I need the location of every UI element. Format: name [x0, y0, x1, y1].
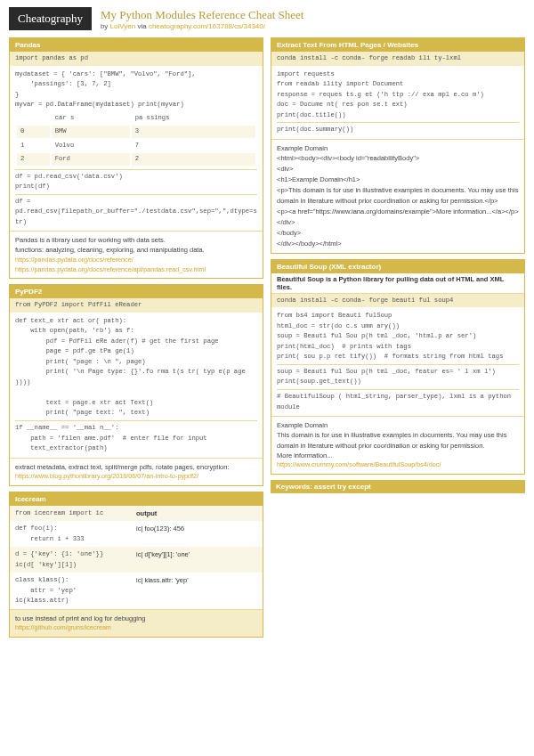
- logo: Cheatography: [9, 7, 92, 30]
- bs4-code1: conda install -c conda- forge beauti ful…: [271, 294, 524, 308]
- bs4-subtitle: Example Domain: [277, 420, 519, 430]
- r12: 7: [132, 140, 255, 152]
- r10: 1: [17, 140, 50, 152]
- r21: Ford: [52, 153, 130, 166]
- th0: [17, 112, 50, 125]
- bs4-example: This domain is for use in illustrative e…: [277, 430, 519, 460]
- th2: pa ssings: [132, 112, 255, 125]
- header: Cheatography My Python Modules Reference…: [9, 7, 525, 30]
- extract-subtitle: Example Domain: [277, 143, 519, 153]
- ic-r0r: output: [136, 508, 257, 519]
- bs4-title: Beautiful Soup (XML extractor): [271, 260, 524, 273]
- keywords-box: Keywords: assert try except: [271, 480, 525, 493]
- author-link[interactable]: LoiVyen: [110, 22, 136, 30]
- page-title: My Python Modules Reference Cheat Sheet: [101, 8, 304, 22]
- r11: Volvo: [52, 140, 130, 152]
- bs4-desc1: Beautiful Soup is a Python library for p…: [271, 273, 524, 294]
- ic-r2l: d = {'key': {1: 'one'}} ic(d[ 'key'][1]): [15, 549, 136, 570]
- pandas-link1[interactable]: https://pandas.pydata.org/docs/reference…: [15, 256, 257, 265]
- icecream-link[interactable]: https://github.com/gruns/icecream: [15, 623, 257, 633]
- pypdf2-import: from PyPDF2 import PdfFil eReader: [10, 298, 263, 313]
- pandas-code2: df = pd.read_csv('data.csv') print(df): [15, 172, 257, 192]
- ic-r1r: ic| foo(123): 456: [136, 524, 257, 544]
- pandas-desc: Pandas is a library used for working wit…: [15, 235, 257, 256]
- extract-code1: conda install -c conda- forge readab ili…: [271, 52, 524, 66]
- icecream-title: icecream: [10, 492, 263, 506]
- via-text: via: [135, 22, 149, 30]
- pypdf2-box: PyPDF2 from PyPDF2 import PdfFil eReader…: [9, 284, 263, 485]
- r20: 2: [17, 153, 50, 166]
- pypdf2-link[interactable]: https://www.blog.pythonlibrary.org/2018/…: [15, 472, 257, 482]
- pypdf2-title: PyPDF2: [10, 285, 263, 298]
- extract-box: Extract Text From HTML Pages / Websites …: [271, 37, 525, 254]
- pandas-code1: mydataset = { 'cars': ["BMW", "Volvo", "…: [15, 69, 257, 110]
- r00: 0: [17, 126, 50, 138]
- ic-r3r: ic| klass.attr: 'yep': [136, 575, 257, 606]
- url-link[interactable]: cheatography.com/163788/cs/34340/: [149, 22, 265, 30]
- r02: 3: [132, 126, 255, 138]
- pypdf2-code1: def text_e xtr act or( path): with open(…: [15, 316, 257, 419]
- th1: car s: [52, 112, 130, 125]
- ic-r0l: from icecream import ic: [15, 508, 136, 519]
- extract-code3: print(doc.summary()): [277, 125, 519, 135]
- pypdf2-desc: extract metadata, extract text, split/me…: [15, 462, 257, 472]
- bs4-note: # BeautifulSoup ( html_string, parser_ty…: [277, 392, 519, 412]
- extract-code2: import requests from readab ility import…: [277, 69, 519, 121]
- bs4-code3: soup = Beauti ful Sou p(h tml _doc, feat…: [277, 367, 519, 387]
- pandas-title: Pandas: [10, 38, 263, 52]
- ic-r3l: class klass(): attr = 'yep' ic(klass.att…: [15, 575, 136, 606]
- pandas-box: Pandas import pandas as pd mydataset = {…: [9, 37, 263, 279]
- pypdf2-code2: if __name__ == '__mai n__': path = 'file…: [15, 423, 257, 454]
- extract-html: <html><body><div><body id="readabilityBo…: [277, 153, 519, 249]
- r01: BMW: [52, 126, 130, 138]
- r22: 2: [132, 153, 255, 166]
- bs4-box: Beautiful Soup (XML extractor) Beautiful…: [271, 259, 525, 475]
- pandas-link2[interactable]: https://pandas.pydata.org/docs/reference…: [15, 265, 257, 275]
- icecream-desc: to use instead of print and log for debu…: [15, 614, 257, 623]
- byline: by LoiVyen via cheatography.com/163788/c…: [101, 22, 304, 30]
- pandas-table: car s pa ssings 0 BMW 3 1 Volvo 7: [15, 110, 257, 167]
- by-text: by: [101, 22, 110, 30]
- extract-title: Extract Text From HTML Pages / Websites: [271, 38, 524, 52]
- bs4-link[interactable]: https://www.crummy.com/software/Beautifu…: [277, 460, 519, 470]
- icecream-box: icecream from icecream import ic output …: [9, 492, 263, 638]
- ic-r1l: def foo(i): return i + 333: [15, 524, 136, 544]
- ic-r2r: ic| d['key'][1]: 'one': [136, 549, 257, 570]
- pandas-import: import pandas as pd: [10, 52, 263, 66]
- pandas-code3: df = pd.read_csv(filepath_or_buffer="./t…: [15, 197, 257, 228]
- bs4-code2: from bs4 import Beauti fulSoup html_doc …: [277, 311, 519, 362]
